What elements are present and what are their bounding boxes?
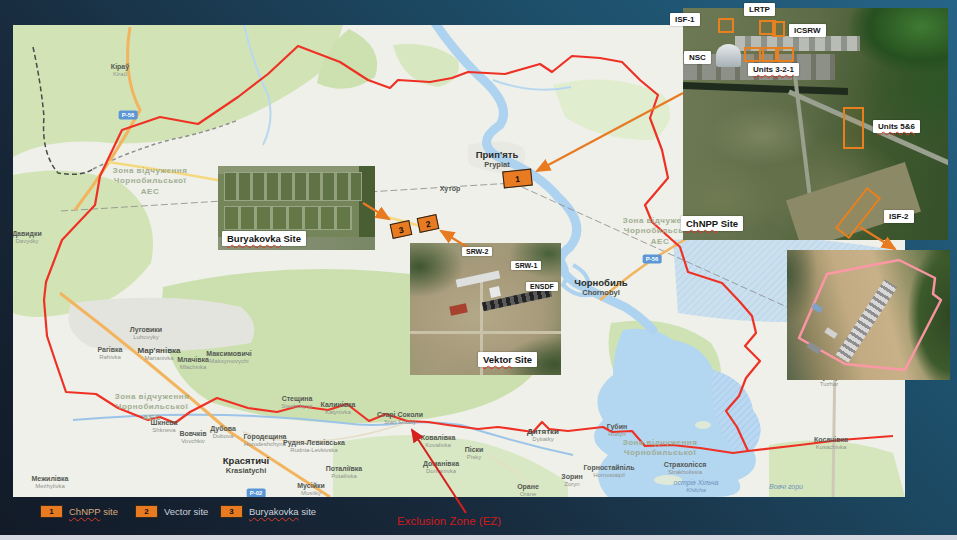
legend-item: 1ChNPP site: [40, 505, 118, 518]
map-legend: Exclusion Zone (EZ) 1ChNPP site2Vector s…: [0, 0, 957, 540]
legend-item-label: Vector site: [164, 506, 208, 517]
legend-label-text: site: [101, 506, 118, 517]
legend-number-box: 2: [135, 505, 158, 518]
legend-label-text: Buryakovka: [249, 506, 299, 517]
legend-item: 3Buryakovka site: [220, 505, 316, 518]
legend-label-text: Vector site: [164, 506, 208, 517]
exclusion-zone-label: Exclusion Zone (EZ): [397, 515, 501, 527]
legend-item: 2Vector site: [135, 505, 208, 518]
legend-item-label: Buryakovka site: [249, 506, 316, 517]
legend-label-text: site: [299, 506, 316, 517]
legend-label-text: ChNPP: [69, 506, 101, 517]
legend-number-box: 3: [220, 505, 243, 518]
bottom-edge-strip: [0, 535, 957, 540]
legend-number-box: 1: [40, 505, 63, 518]
legend-item-label: ChNPP site: [69, 506, 118, 517]
slide-canvas: КіраўKiraŭПрип'ятьPrypiatЧорнобильChorno…: [0, 0, 957, 540]
